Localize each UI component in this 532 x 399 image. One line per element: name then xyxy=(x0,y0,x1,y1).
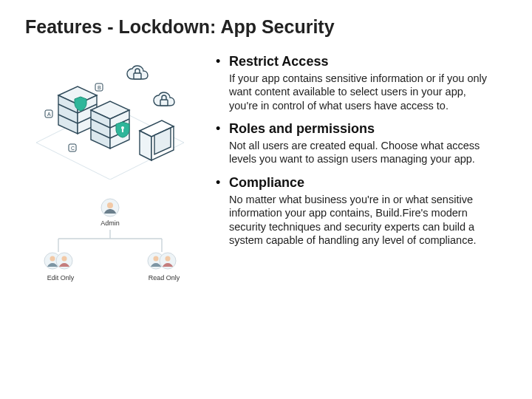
server-icon xyxy=(58,86,129,149)
roles-illustration-svg xyxy=(29,194,191,298)
svg-point-15 xyxy=(121,126,124,129)
role-label-admin: Admin xyxy=(98,219,122,227)
page-title: Features - Lockdown: App Security xyxy=(25,16,507,38)
cloud-icon xyxy=(127,66,174,106)
feature-title: Restrict Access xyxy=(229,54,507,70)
security-illustration-svg: A C B xyxy=(29,54,191,180)
feature-restrict-access: Restrict Access If your app contains sen… xyxy=(216,54,507,112)
role-label-edit: Edit Only xyxy=(42,274,79,282)
svg-point-36 xyxy=(62,256,67,262)
svg-text:A: A xyxy=(47,112,51,117)
avatar-icon xyxy=(101,199,119,216)
security-illustration: A C B xyxy=(29,54,191,180)
feature-title: Compliance xyxy=(229,175,507,191)
svg-point-40 xyxy=(166,256,171,262)
feature-compliance: Compliance No matter what business you'r… xyxy=(216,175,507,248)
svg-text:B: B xyxy=(98,85,101,90)
feature-body: If your app contains sensitive informati… xyxy=(229,72,495,113)
illustrations-column: A C B xyxy=(25,54,195,298)
feature-body: No matter what business you're in or wha… xyxy=(229,193,495,248)
svg-rect-16 xyxy=(122,129,123,132)
roles-illustration: Admin Edit Only Read Only xyxy=(29,194,191,298)
svg-point-35 xyxy=(50,256,55,262)
svg-text:C: C xyxy=(71,146,75,151)
svg-point-28 xyxy=(107,202,113,208)
svg-point-39 xyxy=(154,256,159,262)
group-icon xyxy=(44,253,72,269)
feature-body: Not all users are created equal. Choose … xyxy=(229,139,495,166)
lock-icon xyxy=(134,73,141,79)
phone-icon xyxy=(140,120,174,160)
feature-roles-permissions: Roles and permissions Not all users are … xyxy=(216,121,507,166)
group-icon xyxy=(148,253,176,269)
lock-icon xyxy=(160,100,168,106)
features-column: Restrict Access If your app contains sen… xyxy=(208,54,507,298)
content-row: A C B xyxy=(25,54,507,298)
role-label-read: Read Only xyxy=(144,274,184,282)
features-list: Restrict Access If your app contains sen… xyxy=(216,54,507,248)
feature-title: Roles and permissions xyxy=(229,121,507,137)
